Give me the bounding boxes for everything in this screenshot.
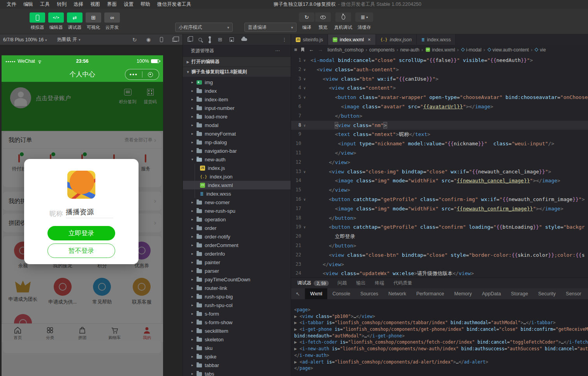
debug-tab-终端[interactable]: 终端 [370,280,389,286]
tree-item-img[interactable]: ▸img [183,78,291,86]
tab-debugger[interactable]: 调试器 2, 59 [295,280,331,286]
tree-item-navigation-bar[interactable]: ▸navigation-bar [183,147,291,155]
compile-button[interactable]: ↻ 编译 [299,12,314,30]
editor-toggle-button[interactable]: </> 编辑器 [47,12,65,30]
tree-item-orderInfo[interactable]: ▸orderInfo [183,249,291,258]
tree-item-order-notify[interactable]: ▸order-notify [183,232,291,241]
devtools-tab-mock[interactable]: Mock [586,288,588,299]
wxml-node[interactable]: ▶ <view class="pb100">…</view> [294,313,588,320]
login-button[interactable]: 立即登录 [47,226,115,240]
tree-item-mp-dialog[interactable]: ▸mp-dialog [183,138,291,147]
code-line-15[interactable]: 15 </view> [291,185,588,195]
devtools-tab-wxml[interactable]: Wxml [305,288,327,299]
code-line-13[interactable]: 13∨ <view class="close-img" bindtap="clo… [291,167,588,177]
wxml-node[interactable]: ▶ <i-new-auth is="lionfish_comshop/compo… [294,346,588,352]
tree-item-tabbar[interactable]: ▸tabbar [183,361,291,369]
menu-微信开发者工具[interactable]: 微信开发者工具 [154,1,195,8]
tree-item-skeleton[interactable]: ▸skeleton [183,335,291,344]
code-line-11[interactable]: 11 </view> [291,148,588,158]
debugger-toggle-button[interactable]: ⇄ 调试器 [65,12,84,30]
code-line-3[interactable]: 3∨ <view class="btn" wx:if="{{canIUse}}"… [291,74,588,84]
tree-item-router-link[interactable]: ▸router-link [183,284,291,292]
devtools-tab-sensor[interactable]: Sensor [561,288,586,299]
code-line-12[interactable]: 12 </view> [291,158,588,167]
tree-item-painter[interactable]: ▸painter [183,258,291,267]
git-branch-icon[interactable] [209,37,211,42]
simulator-toggle-button[interactable]: 模拟器 [28,12,47,30]
tree-item-s-form-show[interactable]: ▸s-form-show [183,318,291,327]
menu-帮助[interactable]: 帮助 [137,1,154,8]
tree-item-index-item[interactable]: ▸index-item [183,95,291,104]
tree-item-index[interactable]: ▸index [183,86,291,95]
debug-tab-代码质量[interactable]: 代码质量 [389,280,417,286]
breadcrumb-index.wxml[interactable]: index.wxml [432,47,455,53]
tree-item-new-comer[interactable]: ▸new-comer [183,198,291,207]
devtools-tab-sources[interactable]: Sources [355,288,383,299]
menu-设置[interactable]: 设置 [120,1,137,8]
tree-item-index.js[interactable]: JSindex.js [183,164,291,172]
inspect-icon[interactable]: ↖ [291,288,305,299]
code-line-16[interactable]: 16∨ <button catchtap="getProfile" class=… [291,195,588,204]
grid-icon[interactable]: ⊞ [218,37,222,42]
close-icon[interactable]: × [368,37,371,42]
code-line-8[interactable]: 8∨ <view class="nm"> [291,121,588,130]
record-icon[interactable]: ◉ [146,37,151,42]
code-line-6[interactable]: 6 <image class="avatar" src="{{avatarUrl… [291,102,588,111]
skip-login-button[interactable]: 暂不登录 [47,244,115,258]
multi-window-icon[interactable] [172,38,177,42]
choose-avatar-button[interactable] [67,171,95,199]
breadcrumb-view.auth-content[interactable]: view.auth-content [493,47,529,53]
tree-item-operation[interactable]: ▸operation [183,215,291,224]
tree-item-input-number[interactable]: ▸input-number [183,104,291,112]
devtools-tab-storage[interactable]: Storage [506,288,533,299]
ellipsis-icon[interactable]: ⋯ [275,48,280,53]
devtools-tab-security[interactable]: Security [533,288,561,299]
code-line-4[interactable]: 4∨ <view class="content"> [291,83,588,93]
project-root-section[interactable]: ▼ 狮子鱼修复前端11.8新规则 [183,67,291,77]
tree-item-parser[interactable]: ▸parser [183,267,291,275]
breadcrumb-i-modal[interactable]: i-modal [466,47,481,53]
tree-item-modal[interactable]: ▸modal [183,121,291,129]
wxml-node[interactable]: ▶ <i-fetch-coder is="lionfish_comshop/co… [294,339,588,346]
code-line-7[interactable]: 7 </button> [291,111,588,121]
tree-item-index.json[interactable]: {.}index.json [183,172,291,181]
more-icon[interactable]: ⋮ [282,37,287,42]
open-editors-section[interactable]: ▶ 打开的编辑器 [183,56,291,67]
back-icon[interactable]: ← [309,47,314,53]
wxml-node[interactable]: ▶ <ad-alert is="lionfish_comshop/compone… [294,359,588,365]
visualize-toggle-button[interactable]: ⊞ 可视化 [84,12,103,30]
wxml-node[interactable]: </i-new-auth> [294,352,588,359]
menu-编辑[interactable]: 编辑 [20,1,37,8]
tree-item-rush-spu-col[interactable]: ▸rush-spu-col [183,301,291,309]
tab-index-wxss[interactable]: ≣ index.wxss [417,34,456,45]
code-line-17[interactable]: 17 <image class="img" mode="widthFix" sr… [291,204,588,214]
search-icon[interactable] [198,38,202,41]
tree-item-order[interactable]: ▸order [183,224,291,232]
tab-index-json[interactable]: {.} index.json [376,34,417,45]
more-icon[interactable]: ●●● [125,72,142,76]
code-line-1[interactable]: 1∨<i-modal bind:cancel="close" scrollUp=… [291,56,588,65]
device-frame-icon[interactable] [160,37,163,42]
devtools-tab-console[interactable]: Console [327,288,355,299]
tree-item-s-form[interactable]: ▸s-form [183,309,291,318]
code-line-14[interactable]: 14 <image class="img" mode="widthFix" sr… [291,176,588,185]
menu-选择[interactable]: 选择 [70,1,87,8]
code-line-19[interactable]: 19∨ <button catchtap="getProfile" class=… [291,222,588,232]
wxml-node[interactable]: <page> [294,307,588,313]
tree-item-new-auth[interactable]: ▾new-auth [183,155,291,164]
menu-转到[interactable]: 转到 [53,1,70,8]
device-debug-button[interactable]: 真机调试 [334,12,353,30]
refresh-icon[interactable]: ↻ [132,37,137,43]
menu-文件[interactable]: 文件 [3,1,20,8]
devtools-tab-performance[interactable]: Performance [411,288,449,299]
code-line-9[interactable]: 9 <text class="nmtext">昵称</text> [291,130,588,139]
preview-button[interactable]: 预览 [315,12,331,30]
mode-select[interactable]: 小程序模式▾ [175,23,233,32]
forward-icon[interactable]: → [318,47,323,53]
device-select[interactable]: 6/7/8 Plus 100% 16▾ [0,37,47,42]
compile-mode-select[interactable]: 普通编译▾ [244,23,297,32]
minimize-icon[interactable] [142,72,159,77]
breadcrumb-components[interactable]: components [369,47,395,53]
breadcrumb-vie[interactable]: vie [540,47,546,53]
debug-tab-输出[interactable]: 输出 [351,280,370,286]
